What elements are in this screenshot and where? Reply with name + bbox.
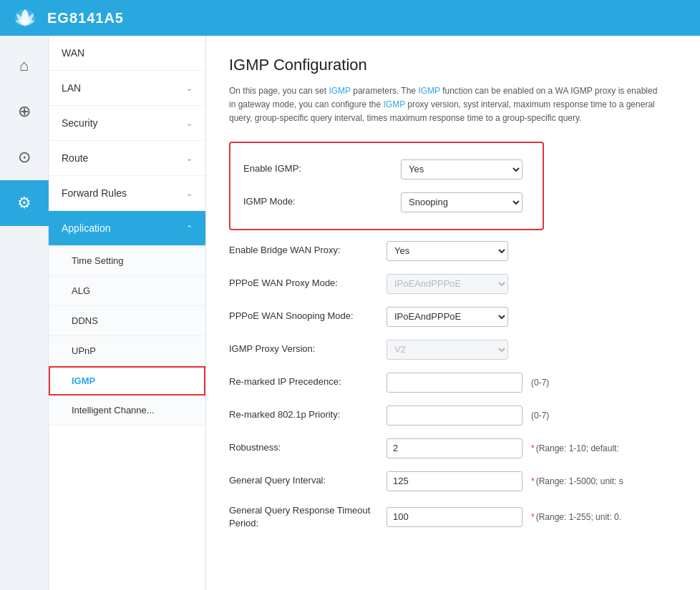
robustness-input[interactable] — [387, 438, 522, 458]
nav-icon-clock[interactable]: ⊙ — [0, 134, 49, 180]
general-query-response-label: General Query Response Timeout Period: — [229, 504, 387, 530]
nav-icon-plus[interactable]: ⊕ — [0, 89, 49, 134]
robustness-label: Robustness: — [229, 441, 387, 454]
form-row-pppoe-snooping-mode: PPPoE WAN Snooping Mode: IPoEAndPPPoE PP… — [229, 300, 677, 333]
sidebar-item-application-label: Application — [62, 222, 111, 234]
sidebar-sub-item-upnp[interactable]: UPnP — [49, 336, 205, 366]
form-row-igmp-mode: IGMP Mode: Snooping Proxy None — [243, 186, 530, 219]
general-query-interval-control: (Range: 1-5000; unit: s — [387, 471, 623, 491]
igmp-mode-control: Snooping Proxy None — [401, 192, 522, 212]
sidebar-sub-item-ddns[interactable]: DDNS — [49, 306, 205, 336]
bridge-wan-proxy-select[interactable]: Yes No — [387, 241, 508, 261]
nav-icon-gear[interactable]: ⚙ — [0, 180, 49, 226]
general-query-interval-hint: (Range: 1-5000; unit: s — [531, 476, 623, 486]
remarked-ip-label: Re-marked IP Precedence: — [229, 375, 387, 388]
igmp-mode-select[interactable]: Snooping Proxy None — [401, 192, 522, 212]
igmp-link2: IGMP — [418, 86, 439, 96]
sidebar-item-lan-label: LAN — [62, 82, 81, 94]
igmp-proxy-version-control: V2 V3 — [387, 340, 508, 360]
enable-igmp-control: Yes No — [401, 159, 522, 180]
header: EG8141A5 — [0, 0, 700, 36]
chevron-down-icon: ⌄ — [186, 189, 193, 198]
sidebar-item-wan-label: WAN — [62, 47, 84, 59]
form-row-general-query-interval: General Query Interval: (Range: 1-5000; … — [229, 465, 677, 498]
pppoe-proxy-mode-label: PPPoE WAN Proxy Mode: — [229, 277, 387, 290]
bridge-wan-proxy-label: Enable Bridge WAN Proxy: — [229, 244, 387, 257]
general-query-response-control: (Range: 1-255; unit: 0. — [387, 507, 621, 527]
sidebar-item-security-label: Security — [62, 117, 98, 129]
general-query-interval-input[interactable] — [387, 471, 522, 491]
sidebar-item-route-label: Route — [62, 152, 88, 164]
chevron-down-icon: ⌄ — [186, 119, 193, 128]
form-row-pppoe-proxy-mode: PPPoE WAN Proxy Mode: IPoEAndPPPoE PPPoE… — [229, 267, 677, 300]
igmp-proxy-version-label: IGMP Proxy Version: — [229, 343, 387, 355]
pppoe-snooping-mode-select[interactable]: IPoEAndPPPoE PPPoE IPoE — [387, 307, 508, 327]
enable-igmp-label: Enable IGMP: — [243, 162, 401, 175]
igmp-highlighted-section: Enable IGMP: Yes No IGMP Mode: Snooping … — [229, 142, 544, 230]
igmp-mode-label: IGMP Mode: — [243, 195, 401, 208]
sidebar: WAN LAN ⌄ Security ⌄ Route ⌄ Forward Rul… — [49, 36, 206, 590]
remarked-ip-hint: (0-7) — [531, 378, 549, 388]
form-row-remarked-ip: Re-marked IP Precedence: (0-7) — [229, 366, 677, 399]
remarked-8021p-label: Re-marked 802.1p Priority: — [229, 408, 387, 421]
main-content: IGMP Configuration On this page, you can… — [206, 36, 700, 590]
pppoe-snooping-mode-control: IPoEAndPPPoE PPPoE IPoE — [387, 307, 508, 327]
nav-icon-home[interactable]: ⌂ — [0, 43, 49, 89]
chevron-up-icon: ⌃ — [186, 224, 193, 233]
form-row-bridge-wan-proxy: Enable Bridge WAN Proxy: Yes No — [229, 235, 677, 267]
app-title: EG8141A5 — [47, 10, 124, 26]
huawei-logo — [11, 6, 39, 29]
igmp-link3: IGMP — [383, 99, 404, 109]
chevron-down-icon: ⌄ — [186, 154, 193, 163]
robustness-hint: (Range: 1-10; default: — [531, 443, 619, 453]
general-query-interval-label: General Query Interval: — [229, 474, 387, 487]
sidebar-item-application[interactable]: Application ⌃ — [49, 211, 205, 246]
remarked-8021p-hint: (0-7) — [531, 410, 549, 421]
chevron-down-icon: ⌄ — [186, 84, 193, 93]
remarked-ip-control: (0-7) — [387, 373, 549, 393]
enable-igmp-select[interactable]: Yes No — [401, 159, 522, 180]
sidebar-item-wan[interactable]: WAN — [49, 36, 205, 71]
robustness-control: (Range: 1-10; default: — [387, 438, 619, 458]
form-row-igmp-proxy-version: IGMP Proxy Version: V2 V3 — [229, 333, 677, 366]
bridge-wan-proxy-control: Yes No — [387, 241, 508, 261]
sidebar-item-forward-rules[interactable]: Forward Rules ⌄ — [49, 176, 205, 211]
pppoe-proxy-mode-select[interactable]: IPoEAndPPPoE PPPoE IPoE — [387, 274, 508, 294]
pppoe-proxy-mode-control: IPoEAndPPPoE PPPoE IPoE — [387, 274, 508, 294]
sidebar-sub-item-intelligent-channel[interactable]: Intelligent Channe... — [49, 395, 205, 426]
page-title: IGMP Configuration — [229, 56, 677, 74]
igmp-proxy-version-select[interactable]: V2 V3 — [387, 340, 508, 360]
general-query-response-input[interactable] — [387, 507, 522, 527]
sidebar-sub-item-alg[interactable]: ALG — [49, 276, 205, 306]
sidebar-sub-item-igmp[interactable]: IGMP — [49, 366, 205, 395]
sidebar-sub-item-time-setting[interactable]: Time Setting — [49, 246, 205, 276]
icon-strip: ⌂ ⊕ ⊙ ⚙ — [0, 36, 49, 590]
form-row-robustness: Robustness: (Range: 1-10; default: — [229, 432, 677, 465]
sidebar-item-forward-rules-label: Forward Rules — [62, 187, 127, 199]
form-row-enable-igmp: Enable IGMP: Yes No — [243, 153, 530, 186]
form-row-general-query-response: General Query Response Timeout Period: (… — [229, 498, 677, 536]
form-row-remarked-8021p: Re-marked 802.1p Priority: (0-7) — [229, 399, 677, 432]
sidebar-item-lan[interactable]: LAN ⌄ — [49, 71, 205, 106]
sidebar-item-security[interactable]: Security ⌄ — [49, 106, 205, 141]
main-layout: ⌂ ⊕ ⊙ ⚙ WAN LAN ⌄ Security ⌄ Route ⌄ For… — [0, 36, 700, 590]
sidebar-item-route[interactable]: Route ⌄ — [49, 141, 205, 176]
remarked-8021p-control: (0-7) — [387, 405, 549, 426]
remarked-ip-input[interactable] — [387, 373, 522, 393]
pppoe-snooping-mode-label: PPPoE WAN Snooping Mode: — [229, 310, 387, 323]
igmp-link: IGMP — [329, 86, 350, 96]
remarked-8021p-input[interactable] — [387, 405, 522, 426]
general-query-response-hint: (Range: 1-255; unit: 0. — [531, 512, 621, 522]
page-description: On this page, you can set IGMP parameter… — [229, 84, 658, 126]
